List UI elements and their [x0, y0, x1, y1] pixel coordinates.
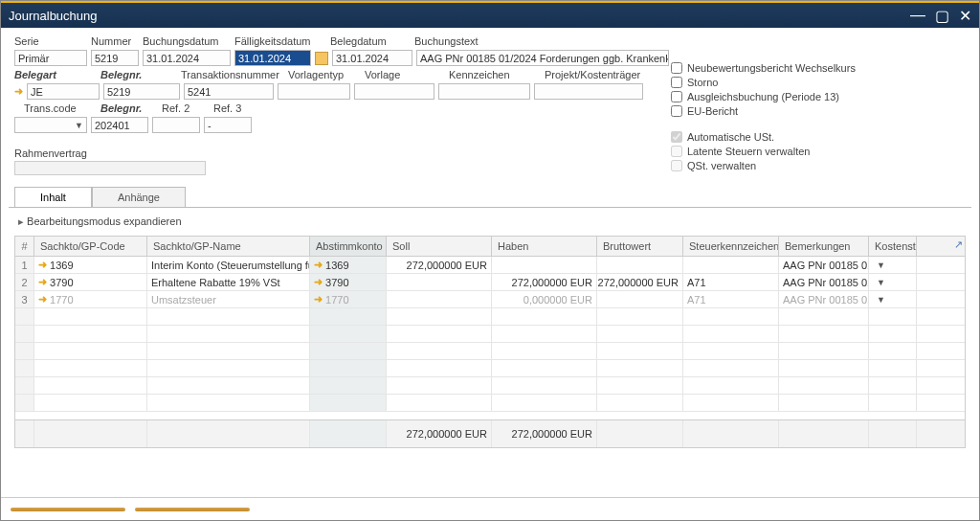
vorlage-field[interactable]	[354, 83, 434, 100]
tab-inhalt[interactable]: Inhalt	[14, 187, 92, 207]
belegnr2-field[interactable]: 202401	[91, 117, 148, 133]
buchungsdatum-field[interactable]: 31.01.2024	[143, 50, 231, 66]
belegart-field[interactable]: JE	[27, 83, 100, 100]
journal-entry-window: Journalbuchung — ▢ ✕ Serie Nummer Buchun…	[0, 0, 980, 521]
col-kostenstelle[interactable]: Kostenst...	[869, 237, 917, 256]
ref3-field[interactable]: -	[204, 117, 252, 133]
belegnr2-label: Belegnr.	[100, 102, 158, 114]
buchungsdatum-label: Buchungsdatum	[143, 35, 231, 47]
table-row[interactable]	[15, 326, 965, 343]
rahmenvertrag-field[interactable]	[14, 161, 206, 175]
bottom-bar	[1, 497, 979, 520]
minimize-icon[interactable]: —	[910, 7, 925, 25]
col-soll[interactable]: Soll	[387, 237, 492, 256]
col-bemerkungen[interactable]: Bemerkungen	[779, 237, 869, 256]
window-title: Journalbuchung	[9, 9, 98, 23]
col-abstimmkonto[interactable]: Abstimmkonto	[310, 237, 387, 256]
nummer-field[interactable]: 5219	[91, 50, 139, 66]
vorlagentyp-field[interactable]	[278, 83, 350, 100]
table-row[interactable]: 2➜ 3790Erhaltene Rabatte 19% VSt➜ 379027…	[15, 274, 965, 291]
total-soll: 272,000000 EUR	[387, 420, 492, 447]
grid-body: 1➜ 1369Interim Konto (Steuerumstellung f…	[15, 257, 965, 419]
qst-checkbox: QSt. verwalten	[671, 160, 810, 171]
ref3-label: Ref. 3	[213, 102, 261, 114]
latente-checkbox: Latente Steuern verwalten	[671, 146, 810, 157]
belegart-label: Belegart	[14, 69, 97, 80]
table-row[interactable]	[15, 377, 965, 395]
col-steuer[interactable]: Steuerkennzeichen	[683, 237, 779, 256]
ausgleich-checkbox[interactable]: Ausgleichsbuchung (Periode 13)	[671, 91, 856, 102]
link-arrow-icon[interactable]: ➜	[38, 293, 47, 306]
col-code[interactable]: Sachkto/GP-Code	[34, 237, 147, 256]
link-arrow-icon[interactable]: ➜	[38, 259, 47, 271]
rahmenvertrag-label: Rahmenvertrag	[14, 147, 979, 159]
transcode-field[interactable]: ▼	[14, 117, 87, 133]
faelligkeitsdatum-label: Fälligkeitsdatum	[234, 35, 326, 47]
table-row[interactable]: 1➜ 1369Interim Konto (Steuerumstellung f…	[15, 257, 965, 274]
belegdatum-label: Belegdatum	[330, 35, 411, 47]
eubericht-checkbox[interactable]: EU-Bericht	[671, 105, 856, 117]
tabs: Inhalt Anhänge	[14, 187, 979, 207]
vorlagentyp-label: Vorlagentyp	[288, 69, 361, 80]
transaktionsnummer-label: Transaktionsnummer	[181, 69, 284, 80]
action-button[interactable]	[11, 508, 125, 511]
window-controls: — ▢ ✕	[910, 7, 971, 25]
buchungstext-field[interactable]: AAG PNr 00185 01/2024 Forderungen ggb. K…	[416, 50, 669, 66]
neubewertung-checkbox[interactable]: Neubewertungsbericht Wechselkurs	[671, 62, 856, 74]
grid-header: # Sachkto/GP-Code Sachkto/GP-Name Abstim…	[15, 237, 965, 257]
kennzeichen-field[interactable]	[438, 83, 530, 100]
storno-checkbox[interactable]: Storno	[671, 77, 856, 88]
table-row[interactable]	[15, 308, 965, 326]
nummer-label: Nummer	[91, 35, 139, 47]
total-haben: 272,000000 EUR	[492, 420, 597, 447]
serie-label: Serie	[14, 35, 87, 47]
link-arrow-icon[interactable]: ➜	[38, 276, 47, 288]
serie-field[interactable]: Primär	[14, 50, 87, 66]
link-arrow-icon[interactable]: ➜	[314, 259, 323, 271]
link-arrow-icon[interactable]: ➜	[314, 293, 323, 306]
col-brutto[interactable]: Bruttowert	[597, 237, 683, 256]
buchungstext-label: Buchungstext	[414, 35, 606, 47]
faelligkeitsdatum-field[interactable]: 31.01.2024	[234, 50, 311, 66]
vorlage-label: Vorlage	[365, 69, 445, 80]
link-arrow-icon[interactable]: ➜	[314, 276, 323, 288]
kennzeichen-label: Kennzeichen	[449, 69, 541, 80]
transaktionsnummer-field[interactable]: 5241	[184, 83, 274, 100]
col-name[interactable]: Sachkto/GP-Name	[147, 237, 310, 256]
tab-anhaenge[interactable]: Anhänge	[92, 187, 186, 207]
grid-expand-icon[interactable]: ↗	[954, 238, 963, 251]
table-row[interactable]	[15, 360, 965, 377]
table-row[interactable]	[15, 343, 965, 360]
table-row[interactable]	[15, 395, 965, 412]
disabled-checkboxes: Automatische USt. Latente Steuern verwal…	[671, 131, 810, 174]
ref2-field[interactable]	[152, 117, 200, 133]
table-row[interactable]: 3➜ 1770Umsatzsteuer➜ 17700,000000 EURA71…	[15, 291, 965, 308]
maximize-icon[interactable]: ▢	[935, 7, 949, 25]
belegnr-field[interactable]: 5219	[103, 83, 180, 100]
belegdatum-field[interactable]: 31.01.2024	[332, 50, 412, 66]
belegnr-label: Belegnr.	[100, 69, 177, 80]
col-index[interactable]: #	[15, 237, 34, 256]
ref2-label: Ref. 2	[162, 102, 210, 114]
grid-footer: 272,000000 EUR 272,000000 EUR	[15, 419, 965, 447]
lines-grid: ↗ # Sachkto/GP-Code Sachkto/GP-Name Abst…	[14, 236, 966, 448]
link-arrow-icon[interactable]: ➜	[14, 85, 23, 98]
calendar-icon[interactable]	[315, 52, 328, 65]
autoust-checkbox: Automatische USt.	[671, 131, 810, 143]
tab-body: Bearbeitungsmodus expandieren ↗ # Sachkt…	[9, 207, 971, 454]
expand-edit-mode[interactable]: Bearbeitungsmodus expandieren	[14, 214, 966, 230]
action-button[interactable]	[135, 508, 250, 511]
transcode-label: Trans.code	[24, 102, 97, 114]
titlebar: Journalbuchung — ▢ ✕	[1, 1, 979, 28]
col-haben[interactable]: Haben	[492, 237, 597, 256]
projekt-field[interactable]	[534, 83, 643, 100]
options-checkboxes: Neubewertungsbericht Wechselkurs Storno …	[671, 62, 856, 120]
close-icon[interactable]: ✕	[959, 7, 971, 25]
projekt-label: Projekt/Kostenträger	[545, 69, 659, 80]
header-area: Serie Nummer Buchungsdatum Fälligkeitsda…	[1, 28, 979, 140]
